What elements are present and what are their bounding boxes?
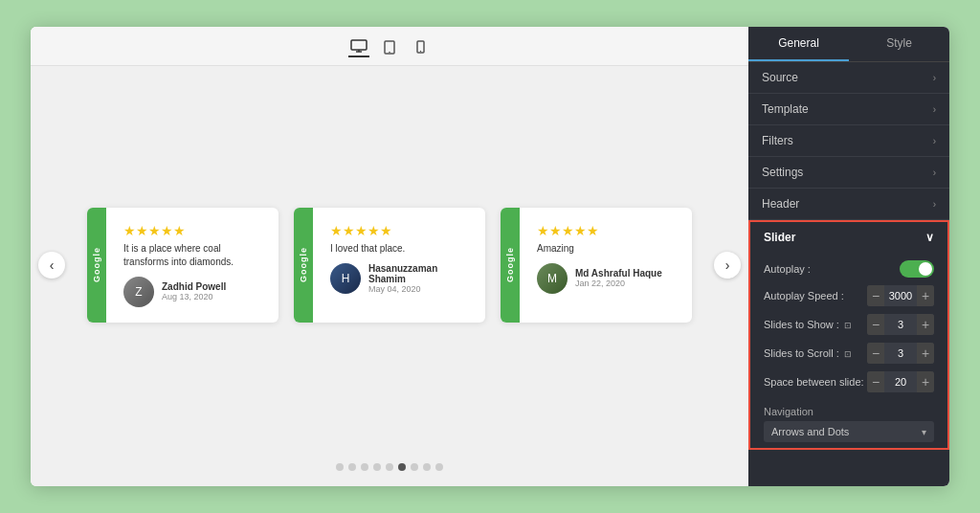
settings-panel: General Style Source › Template › Filter…	[748, 27, 949, 486]
slides-to-scroll-value: 3	[884, 347, 917, 359]
avatar: H	[330, 263, 361, 294]
chevron-right-icon: ›	[933, 199, 936, 210]
main-container: ‹ Google ★★★★★ It is a place where coal …	[31, 27, 949, 486]
avatar-initial: Z	[135, 285, 142, 299]
space-between-input: − 20 +	[867, 371, 934, 392]
tab-general[interactable]: General	[748, 27, 849, 61]
slides-to-scroll-row: Slides to Scroll : ⊡ − 3 +	[764, 343, 934, 364]
autoplay-speed-value: 3000	[884, 290, 917, 301]
google-badge: Google	[87, 208, 106, 323]
autoplay-speed-minus[interactable]: −	[867, 285, 884, 306]
slider-dots	[336, 463, 443, 486]
chevron-right-icon: ›	[933, 104, 936, 115]
autoplay-speed-input: − 3000 +	[867, 285, 934, 306]
reviewer-name: Md Ashraful Haque	[575, 268, 662, 279]
slides-to-scroll-plus[interactable]: +	[917, 343, 934, 364]
slider-dot[interactable]	[386, 463, 393, 471]
menu-item-template[interactable]: Template ›	[748, 94, 949, 125]
slider-dot[interactable]	[435, 463, 443, 471]
review-text: It is a place where coal transforms into…	[123, 242, 263, 269]
slides-to-show-row: Slides to Show : ⊡ − 3 +	[764, 314, 934, 335]
nav-select[interactable]: Arrows and Dots Arrows Only Dots Only No…	[764, 421, 934, 442]
preview-area: ‹ Google ★★★★★ It is a place where coal …	[31, 27, 748, 486]
autoplay-speed-row: Autoplay Speed : − 3000 +	[764, 285, 934, 306]
slider-cards: Google ★★★★★ It is a place where coal tr…	[69, 208, 710, 323]
menu-item-filters[interactable]: Filters ›	[748, 125, 949, 157]
google-badge: Google	[294, 208, 313, 323]
slider-section-header[interactable]: Slider ∨	[750, 222, 947, 253]
slider-dot[interactable]	[411, 463, 418, 471]
slider-dot[interactable]	[348, 463, 356, 471]
reviewer-info: H Hasanuzzaman Shamim May 04, 2020	[330, 263, 470, 294]
slider-dot[interactable]	[373, 463, 381, 471]
next-button[interactable]: ›	[714, 252, 741, 279]
menu-item-source[interactable]: Source ›	[748, 62, 949, 94]
avatar-initial: M	[547, 272, 557, 285]
panel-tabs: General Style	[748, 27, 949, 62]
slider-dot[interactable]	[336, 463, 344, 471]
review-date: May 04, 2020	[368, 284, 470, 294]
menu-item-settings[interactable]: Settings ›	[748, 157, 949, 189]
slides-to-scroll-input: − 3 +	[867, 343, 934, 364]
menu-source-label: Source	[762, 71, 798, 84]
google-badge: Google	[501, 208, 520, 323]
slider-dot[interactable]	[398, 463, 406, 471]
stars: ★★★★★	[537, 223, 677, 238]
stars: ★★★★★	[330, 223, 470, 238]
slides-to-show-plus[interactable]: +	[917, 314, 934, 335]
avatar: M	[537, 263, 568, 294]
chevron-down-icon: ∨	[925, 231, 934, 244]
review-card: Google ★★★★★ It is a place where coal tr…	[87, 208, 278, 323]
monitor-small-icon: ⊡	[844, 321, 852, 330]
slides-to-show-input: − 3 +	[867, 314, 934, 335]
svg-rect-0	[351, 40, 367, 50]
menu-header-label: Header	[762, 197, 799, 211]
tablet-icon[interactable]	[379, 36, 400, 57]
review-date: Aug 13, 2020	[162, 292, 226, 301]
slides-to-show-minus[interactable]: −	[867, 314, 884, 335]
avatar: Z	[123, 277, 154, 307]
chevron-right-icon: ›	[933, 136, 936, 146]
monitor-icon[interactable]	[348, 36, 369, 57]
slides-to-scroll-minus[interactable]: −	[867, 343, 884, 364]
autoplay-row: Autoplay :	[764, 260, 934, 278]
slider-dot[interactable]	[423, 463, 431, 471]
svg-point-6	[419, 51, 420, 52]
slides-to-show-value: 3	[884, 319, 917, 330]
google-badge-text: Google	[92, 247, 101, 282]
review-card: Google ★★★★★ I loved that place. H	[294, 208, 485, 323]
monitor-small-icon2: ⊡	[844, 349, 852, 359]
google-badge-text: Google	[505, 247, 515, 282]
slider-section: Slider ∨ Autoplay : Autoplay Speed : − 3…	[748, 220, 949, 450]
autoplay-speed-label: Autoplay Speed :	[764, 290, 867, 301]
stars: ★★★★★	[123, 223, 263, 238]
google-badge-text: Google	[299, 247, 308, 282]
autoplay-speed-plus[interactable]: +	[917, 285, 934, 306]
tab-style[interactable]: Style	[849, 27, 949, 61]
autoplay-label: Autoplay :	[764, 263, 900, 275]
reviewer-info: M Md Ashraful Haque Jan 22, 2020	[537, 263, 677, 294]
prev-button[interactable]: ‹	[38, 252, 65, 279]
device-toolbar	[31, 27, 748, 66]
menu-filters-label: Filters	[762, 134, 793, 147]
svg-point-4	[389, 51, 390, 53]
space-between-row: Space between slide: − 20 +	[764, 371, 934, 392]
chevron-right-icon: ›	[933, 73, 936, 83]
mobile-icon[interactable]	[410, 36, 431, 57]
space-between-minus[interactable]: −	[867, 371, 884, 392]
review-date: Jan 22, 2020	[575, 279, 662, 288]
reviewer-name: Zadhid Powell	[162, 281, 226, 292]
menu-settings-label: Settings	[762, 166, 803, 179]
menu-slider-label: Slider	[764, 231, 795, 244]
review-text: I loved that place.	[330, 242, 470, 256]
autoplay-toggle[interactable]	[900, 260, 934, 278]
space-between-plus[interactable]: +	[917, 371, 934, 392]
chevron-right-icon: ›	[933, 167, 936, 178]
slider-area: ‹ Google ★★★★★ It is a place where coal …	[31, 66, 748, 463]
menu-item-header[interactable]: Header ›	[748, 189, 949, 220]
slider-dot[interactable]	[361, 463, 368, 471]
nav-select-wrap: Arrows and Dots Arrows Only Dots Only No…	[764, 421, 934, 442]
space-between-label: Space between slide:	[764, 376, 867, 388]
review-text: Amazing	[537, 242, 677, 256]
slides-to-show-label: Slides to Show : ⊡	[764, 319, 867, 330]
